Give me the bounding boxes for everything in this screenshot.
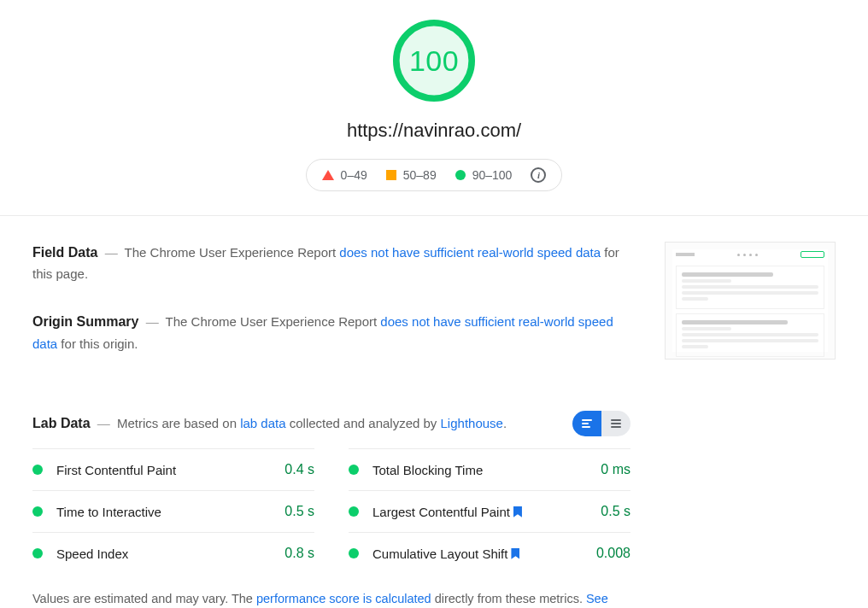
legend-avg-label: 50–89 [403, 168, 437, 182]
performance-score-link[interactable]: performance score is calculated [256, 592, 431, 605]
origin-summary-title: Origin Summary [32, 314, 138, 329]
toggle-expanded-button[interactable] [601, 411, 630, 436]
metric-name: Total Blocking Time [372, 463, 601, 477]
score-header: 100 https://navinrao.com/ 0–49 50–89 90–… [0, 0, 868, 216]
page-screenshot-thumbnail [665, 242, 836, 360]
metrics-footnote: Values are estimated and may vary. The p… [32, 589, 630, 608]
origin-summary-prefix: The Chrome User Experience Report [166, 314, 381, 329]
lab-middle: collected and analyzed by [286, 416, 441, 430]
metric-name: Time to Interactive [56, 505, 284, 519]
tested-url: https://navinrao.com/ [0, 120, 868, 142]
info-icon[interactable]: i [531, 167, 546, 183]
lab-data-title: Lab Data [32, 416, 91, 430]
pass-dot-icon [349, 548, 359, 558]
bars-icon [582, 419, 592, 428]
field-data-prefix: The Chrome User Experience Report [125, 245, 340, 260]
dash-separator: — [146, 314, 159, 329]
pass-dot-icon [32, 506, 43, 517]
metric-name: Speed Index [56, 547, 284, 561]
lab-prefix: Metrics are based on [117, 416, 240, 430]
metric-row: First Contentful Paint0.4 s [32, 448, 314, 490]
triangle-icon [322, 170, 334, 180]
metric-value: 0.5 s [284, 504, 314, 519]
origin-summary-section: Origin Summary — The Chrome User Experie… [32, 311, 630, 354]
legend-pass-label: 90–100 [472, 168, 513, 182]
legend-pass: 90–100 [455, 168, 513, 182]
metric-row: Total Blocking Time0 ms [349, 448, 630, 490]
circle-icon [455, 170, 466, 180]
field-data-title: Field Data [32, 245, 97, 260]
metric-name: Cumulative Layout Shift [372, 547, 596, 561]
footnote-prefix: Values are estimated and may vary. The [32, 592, 256, 605]
pass-dot-icon [32, 465, 43, 475]
metric-value: 0 ms [601, 462, 630, 477]
pass-dot-icon [349, 506, 359, 517]
square-icon [386, 170, 396, 180]
view-toggle [572, 411, 630, 436]
footnote-middle: directly from these metrics. [431, 592, 586, 605]
lab-data-section: Lab Data — Metrics are based on lab data… [32, 411, 630, 608]
score-legend: 0–49 50–89 90–100 i [306, 159, 563, 191]
score-value: 100 [409, 44, 459, 78]
field-data-section: Field Data — The Chrome User Experience … [32, 242, 630, 285]
metric-name: First Contentful Paint [56, 463, 284, 477]
dash-separator: — [97, 416, 110, 430]
legend-average: 50–89 [386, 168, 437, 182]
lab-data-link[interactable]: lab data [240, 416, 285, 430]
toggle-concise-button[interactable] [572, 411, 601, 436]
metric-row: Cumulative Layout Shift0.008 [349, 532, 630, 574]
lab-suffix: . [503, 416, 507, 430]
metric-row: Time to Interactive0.5 s [32, 490, 314, 532]
metric-value: 0.8 s [284, 546, 314, 561]
metric-value: 0.008 [596, 546, 630, 561]
legend-fail: 0–49 [322, 168, 367, 182]
bookmark-icon [513, 506, 522, 517]
metric-name: Largest Contentful Paint [372, 505, 601, 519]
dash-separator: — [105, 245, 118, 260]
pass-dot-icon [349, 465, 359, 475]
bookmark-icon [511, 548, 519, 559]
origin-summary-suffix: for this origin. [57, 336, 138, 351]
pass-dot-icon [32, 548, 43, 558]
lighthouse-link[interactable]: Lighthouse [441, 416, 503, 430]
metric-value: 0.5 s [601, 504, 630, 519]
lines-icon [611, 419, 621, 428]
metric-row: Largest Contentful Paint0.5 s [349, 490, 630, 532]
field-data-link[interactable]: does not have sufficient real-world spee… [339, 245, 601, 260]
metric-row: Speed Index0.8 s [32, 532, 314, 574]
score-gauge: 100 [390, 17, 478, 104]
metric-value: 0.4 s [284, 462, 314, 477]
metrics-grid: First Contentful Paint0.4 sTime to Inter… [32, 448, 630, 574]
legend-fail-label: 0–49 [341, 168, 367, 182]
